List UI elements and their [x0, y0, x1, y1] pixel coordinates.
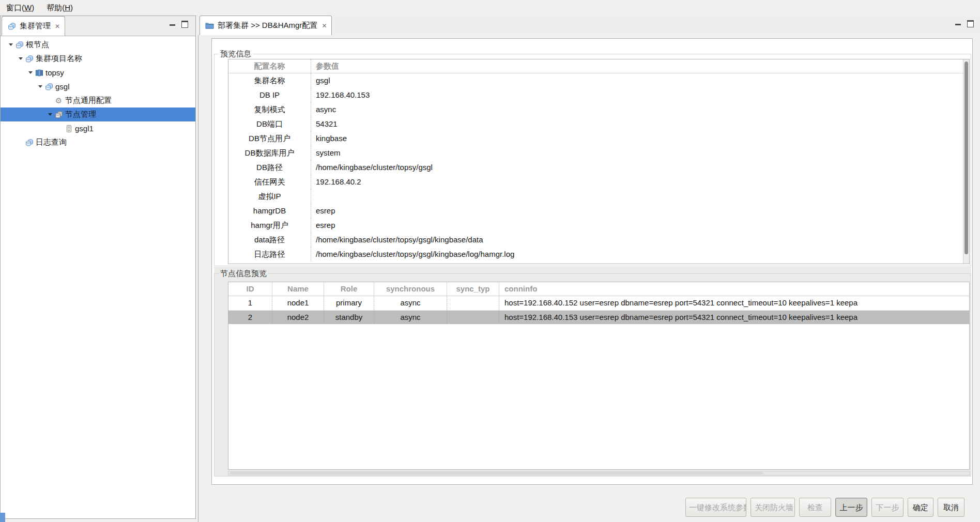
database-gray-icon — [55, 111, 63, 119]
tab-label: 集群管理 — [20, 21, 51, 31]
menu-bar: 窗口(W) 帮助(H) — [0, 0, 980, 16]
tree-item-节点管理[interactable]: 节点管理 — [1, 108, 195, 121]
tree-item-label: gsgl1 — [75, 124, 94, 133]
tree-item-gsgl[interactable]: gsgl — [1, 80, 195, 94]
config-preview-card: 预览信息 配置名称 参数值 集群名称 gsgl DB IP 192.168.40… — [211, 38, 973, 485]
tree-expander-arrow[interactable] — [46, 113, 54, 116]
scrollbar-thumb[interactable] — [964, 62, 968, 254]
tree-expander-arrow[interactable] — [36, 85, 44, 88]
tree-item-topsy[interactable]: topsy — [1, 66, 195, 80]
tree-item-节点通用配置[interactable]: ⚙ 节点通用配置 — [1, 94, 195, 108]
database-icon — [16, 41, 24, 49]
menu-window[interactable]: 窗口(W) — [0, 0, 40, 16]
minimize-icon[interactable] — [955, 19, 961, 25]
preview-info-group: 预览信息 配置名称 参数值 集群名称 gsgl DB IP 192.168.40… — [214, 47, 971, 266]
scrollbar-thumb[interactable] — [229, 472, 763, 474]
config-value-cell: 192.168.40.153 — [311, 88, 969, 102]
tree-item-根节点[interactable]: 根节点 — [1, 38, 195, 52]
group-title: 节点信息预览 — [219, 268, 268, 278]
config-table-row[interactable]: DB IP 192.168.40.153 — [228, 88, 969, 102]
cluster-tree: 根节点 集群项目名称 topsy gsgl ⚙ 节点通用配置 — [1, 36, 195, 518]
column-header-synchronous[interactable]: synchronous — [374, 282, 447, 296]
horizontal-scrollbar[interactable] — [228, 471, 970, 475]
button-确定[interactable]: 确定 — [908, 498, 933, 517]
config-name-cell: DB IP — [228, 88, 311, 102]
config-table-row[interactable]: 日志路径 /home/kingbase/cluster/topsy/gsgl/k… — [228, 247, 969, 262]
config-name-cell: 虚拟IP — [228, 189, 311, 204]
config-table-row[interactable]: 集群名称 gsgl — [228, 73, 969, 88]
vertical-scrollbar[interactable] — [963, 59, 969, 264]
button-取消[interactable]: 取消 — [938, 498, 964, 517]
config-name-cell: data路径 — [228, 233, 311, 247]
config-name-cell: hamgr用户 — [228, 218, 311, 233]
minimize-icon[interactable] — [170, 20, 175, 26]
tree-item-label: 日志查询 — [36, 137, 67, 147]
tab-cluster-management[interactable]: 集群管理 — [2, 16, 65, 36]
close-icon[interactable] — [321, 23, 327, 29]
tree-item-label: 节点管理 — [65, 110, 96, 119]
tree-item-label: 节点通用配置 — [65, 96, 112, 105]
database-icon — [8, 22, 16, 30]
folder-icon — [205, 22, 215, 30]
config-table-row[interactable]: DB数据库用户 system — [228, 146, 969, 160]
config-table-row[interactable]: hamgrDB esrep — [228, 204, 969, 218]
config-table-row[interactable]: DB路径 /home/kingbase/cluster/topsy/gsgl — [228, 160, 969, 175]
database-icon — [7, 22, 17, 30]
tree-item-label: 集群项目名称 — [36, 54, 82, 64]
config-value-cell: /home/kingbase/cluster/topsy/gsgl/kingba… — [311, 233, 969, 247]
cluster-manager-window: 窗口(W) 帮助(H) 集群管理 根节点 — [0, 0, 980, 522]
config-value-cell: async — [311, 102, 969, 117]
tree-item-集群项目名称[interactable]: 集群项目名称 — [1, 52, 195, 66]
config-value-cell: kingbase — [311, 131, 969, 146]
tree-item-label: gsgl — [55, 82, 70, 91]
tree-expander-arrow[interactable] — [26, 71, 34, 74]
node-info-table: ID Name Role synchronous sync_typ connin… — [228, 282, 970, 470]
config-value-cell: /home/kingbase/cluster/topsy/gsgl — [311, 160, 969, 175]
left-tabstrip: 集群管理 — [1, 16, 195, 36]
config-value-cell — [311, 189, 969, 204]
config-name-cell: 信任网关 — [228, 175, 311, 189]
button-一键修改系统参数[interactable]: 一键修改系统参数 — [685, 498, 746, 517]
config-table-row[interactable]: 虚拟IP — [228, 189, 969, 204]
config-table-row[interactable]: 复制模式 async — [228, 102, 969, 117]
config-table-row[interactable]: data路径 /home/kingbase/cluster/topsy/gsgl… — [228, 233, 969, 247]
config-table-row[interactable]: DB节点用户 kingbase — [228, 131, 969, 146]
config-value-cell: 192.168.40.2 — [311, 175, 969, 189]
maximize-icon[interactable] — [967, 20, 974, 27]
node-info-group: 节点信息预览 ID Name Role synchronous sync_typ… — [214, 267, 971, 477]
node-table-row[interactable]: 1 node1 primary async host=192.168.40.15… — [228, 296, 969, 310]
column-header-sync-typ[interactable]: sync_typ — [447, 282, 499, 296]
maximize-icon[interactable] — [181, 21, 188, 28]
button-检查[interactable]: 检查 — [799, 498, 831, 517]
button-下一步[interactable]: 下一步 — [871, 498, 904, 517]
column-header-conninfo[interactable]: conninfo — [499, 282, 969, 296]
tree-item-gsgl1[interactable]: gsgl1 — [1, 121, 195, 135]
column-header-name[interactable]: Name — [272, 282, 324, 296]
database-icon — [45, 83, 53, 91]
column-header-id[interactable]: ID — [228, 282, 272, 296]
config-value-cell: esrep — [311, 218, 969, 233]
button-关闭防火墙[interactable]: 关闭防火墙 — [751, 498, 795, 517]
editor-tabstrip: 部署集群 >> DB&HAmgr配置 — [198, 16, 980, 36]
tree-item-日志查询[interactable]: 日志查询 — [1, 135, 195, 149]
column-header-config-name[interactable]: 配置名称 — [228, 59, 311, 73]
config-table-row[interactable]: 信任网关 192.168.40.2 — [228, 175, 969, 189]
cluster-management-view: 集群管理 根节点 集群项目名称 topsy — [0, 16, 196, 519]
close-icon[interactable] — [55, 23, 60, 29]
table-header-row: 配置名称 参数值 — [228, 59, 969, 73]
config-table-row[interactable]: hamgr用户 esrep — [228, 218, 969, 233]
button-上一步[interactable]: 上一步 — [835, 498, 867, 517]
tab-deploy-cluster-config[interactable]: 部署集群 >> DB&HAmgr配置 — [200, 16, 332, 35]
config-value-cell: esrep — [311, 204, 969, 218]
tree-expander-arrow[interactable] — [7, 43, 14, 46]
column-header-role[interactable]: Role — [324, 282, 374, 296]
tree-item-label: topsy — [45, 68, 64, 77]
column-header-param-value[interactable]: 参数值 — [311, 59, 969, 73]
config-name-cell: hamgrDB — [228, 204, 311, 218]
node-table-row[interactable]: 2 node2 standby async host=192.168.40.15… — [228, 310, 969, 324]
menu-help[interactable]: 帮助(H) — [40, 0, 79, 16]
tab-label: 部署集群 >> DB&HAmgr配置 — [218, 21, 317, 30]
config-name-cell: 复制模式 — [228, 102, 311, 117]
config-table-row[interactable]: DB端口 54321 — [228, 117, 969, 131]
tree-expander-arrow[interactable] — [17, 57, 24, 60]
